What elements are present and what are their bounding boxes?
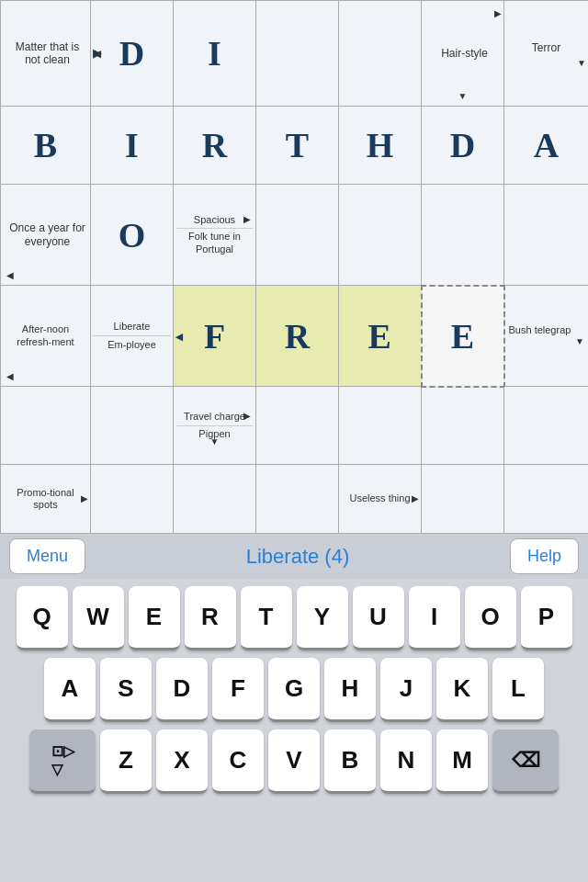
letter-O[interactable]: O (91, 185, 174, 286)
empty-r3c6 (422, 185, 504, 286)
empty-r1c4 (256, 1, 339, 107)
key-F[interactable]: F (212, 658, 264, 722)
active-clue: Liberate (4) (85, 545, 510, 569)
empty-r6c7 (504, 465, 589, 534)
empty-r6c6 (422, 465, 504, 534)
clue-spacious-folk: Spacious ▶ Folk tune in Portugal (174, 185, 256, 286)
key-L[interactable]: L (492, 658, 544, 722)
empty-r3c5 (339, 185, 422, 286)
keyboard-row-3: ⊡▷▽ Z X C V B N M ⌫ (4, 729, 584, 794)
clue-useless: Useless thing ▶ (339, 465, 422, 534)
key-M[interactable]: M (436, 729, 488, 794)
empty-r6c4 (256, 465, 339, 534)
keyboard-row-2: A S D F G H J K L (4, 658, 584, 722)
key-V[interactable]: V (268, 729, 320, 794)
letter-H[interactable]: H (339, 107, 422, 185)
key-J[interactable]: J (380, 658, 432, 722)
clue-promo: Promo-tional spots ▶ (1, 465, 91, 534)
empty-r3c4 (256, 185, 339, 286)
key-K[interactable]: K (436, 658, 488, 722)
letter-D[interactable]: ▶D (91, 1, 174, 107)
empty-r5c1 (1, 387, 91, 465)
key-P[interactable]: P (521, 586, 572, 650)
key-G[interactable]: G (268, 658, 320, 722)
key-C[interactable]: C (212, 729, 264, 794)
key-D[interactable]: D (156, 658, 208, 722)
key-Z[interactable]: Z (100, 729, 152, 794)
key-T[interactable]: T (241, 586, 292, 650)
letter-I-r1[interactable]: I (174, 1, 256, 107)
letter-F[interactable]: ◀F (174, 286, 256, 387)
key-S[interactable]: S (100, 658, 152, 722)
bottom-bar: Menu Liberate (4) Help (0, 533, 588, 579)
empty-r1c5 (339, 1, 422, 107)
key-I[interactable]: I (409, 586, 460, 650)
key-Y[interactable]: Y (297, 586, 348, 650)
crossword-grid: Matter that is not clean ▶D I Hair-style… (0, 0, 588, 533)
key-backspace[interactable]: ⌫ (492, 729, 559, 794)
keyboard-row-1: Q W E R T Y U I O P (4, 586, 584, 650)
empty-r5c2 (91, 387, 174, 465)
letter-D-r2[interactable]: D (422, 107, 504, 185)
grid-table: Matter that is not clean ▶D I Hair-style… (0, 0, 588, 533)
empty-r6c2 (91, 465, 174, 534)
key-N[interactable]: N (380, 729, 432, 794)
clue-once-year: Once a year for everyone ◀ (1, 185, 91, 286)
letter-R[interactable]: R (256, 286, 339, 387)
empty-r5c5 (339, 387, 422, 465)
keyboard: Q W E R T Y U I O P A S D F G H J K L ⊡▷… (0, 579, 588, 882)
empty-r5c4 (256, 387, 339, 465)
letter-R[interactable]: R (174, 107, 256, 185)
key-A[interactable]: A (44, 658, 96, 722)
help-button[interactable]: Help (510, 538, 579, 574)
letter-A[interactable]: A (504, 107, 589, 185)
menu-button[interactable]: Menu (9, 538, 85, 574)
key-special-left[interactable]: ⊡▷▽ (29, 729, 96, 794)
letter-E1[interactable]: E (339, 286, 422, 387)
clue-bush-telegraph: Bush telegrap ▼ (504, 286, 589, 387)
clue-matter-not-clean: Matter that is not clean (1, 1, 91, 107)
empty-r5c6 (422, 387, 504, 465)
letter-E2[interactable]: E (422, 286, 504, 387)
clue-liberate-employee: Liberate Em-ployee (91, 286, 174, 387)
clue-terror: Terror ▼ (504, 1, 589, 107)
key-B[interactable]: B (324, 729, 376, 794)
key-H[interactable]: H (324, 658, 376, 722)
key-X[interactable]: X (156, 729, 208, 794)
clue-afternoon: After-noon refresh-ment ◀ (1, 286, 91, 387)
empty-r5c7 (504, 387, 589, 465)
key-W[interactable]: W (73, 586, 124, 650)
key-U[interactable]: U (353, 586, 404, 650)
clue-hair-style: Hair-style ▶ ▼ (422, 1, 504, 107)
letter-I-r2[interactable]: I (91, 107, 174, 185)
empty-r3c7 (504, 185, 589, 286)
clue-travel-pigpen: Travel charge ▶ Pigpen ▼ (174, 387, 256, 465)
letter-T[interactable]: T (256, 107, 339, 185)
empty-r6c3 (174, 465, 256, 534)
key-O[interactable]: O (465, 586, 516, 650)
key-Q[interactable]: Q (17, 586, 68, 650)
letter-B[interactable]: B (1, 107, 91, 185)
key-E[interactable]: E (129, 586, 180, 650)
key-R[interactable]: R (185, 586, 236, 650)
